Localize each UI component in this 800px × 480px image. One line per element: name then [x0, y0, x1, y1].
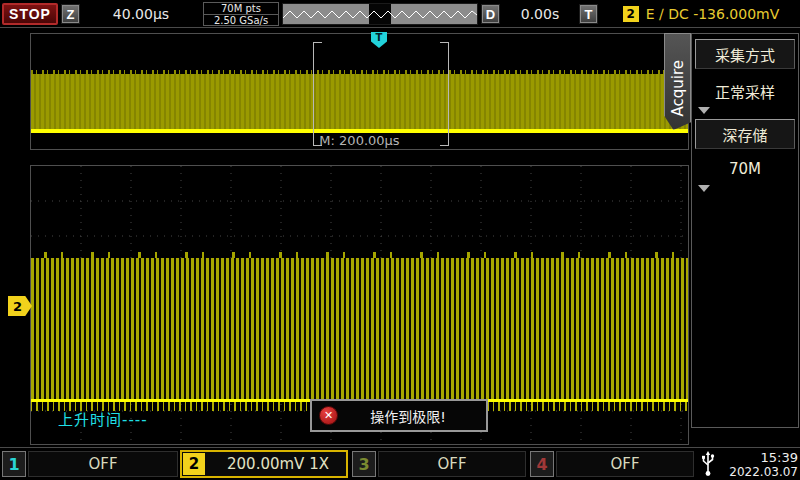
- channel4-badge[interactable]: 4: [530, 451, 554, 477]
- usb-icon: [697, 450, 719, 478]
- timebase-readout: 40.00μs: [82, 3, 200, 25]
- trigger-button[interactable]: T: [579, 4, 598, 24]
- channel1-status[interactable]: OFF: [28, 451, 178, 477]
- status-bar: STOP Z 40.00μs 70M pts 2.50 GSa/s D 0.00…: [0, 0, 800, 28]
- trigger-readout: 2 E ∕ DC -136.000mV: [604, 3, 798, 25]
- waveform-overview-panel: T M: 200.00μs: [30, 33, 689, 150]
- acquire-tab-label: Acquire: [669, 46, 687, 117]
- channel2-marker-label: 2: [13, 299, 22, 314]
- dc-coupling-icon: [210, 460, 225, 469]
- channel3-badge[interactable]: 3: [352, 451, 376, 477]
- channel1-badge[interactable]: 1: [2, 451, 26, 477]
- menu-value-normal-sampling[interactable]: 正常采样: [695, 78, 795, 104]
- trigger-info-text: E ∕ DC -136.000mV: [646, 6, 780, 22]
- channel2-status[interactable]: 2 200.00mV 1X: [180, 450, 348, 478]
- dropdown-arrow-icon: [698, 107, 710, 114]
- clock: 15:39 2022.03.07: [721, 449, 798, 479]
- channel-status-bar: 1 OFF 2 200.00mV 1X 3 OFF 4 OFF: [0, 447, 800, 480]
- zoom-window-left-bracket: [313, 42, 322, 146]
- menu-item-acquisition-mode[interactable]: 采集方式: [695, 39, 795, 69]
- dialog-message: 操作到极限!: [338, 406, 486, 426]
- acquire-menu-panel: 采集方式 正常采样 深存储 70M: [691, 33, 799, 428]
- delay-readout: 0.00s: [503, 3, 577, 25]
- channel2-waveform: [31, 258, 688, 399]
- channel2-badge[interactable]: 2: [183, 453, 205, 475]
- date-readout: 2022.03.07: [729, 465, 798, 479]
- rise-time-measurement: 上升时间----: [58, 408, 148, 429]
- waveform-position-strip: [282, 3, 478, 25]
- sample-rate: 2.50 GSa/s: [204, 15, 278, 26]
- channel2-level-marker[interactable]: 2: [8, 296, 32, 316]
- menu-item-deep-memory[interactable]: 深存储: [695, 119, 795, 149]
- memory-points: 70M pts: [204, 3, 278, 15]
- main-timebase-label: M: 200.00μs: [31, 133, 688, 148]
- menu-value-memory-depth[interactable]: 70M: [695, 156, 795, 182]
- delay-button[interactable]: D: [481, 4, 500, 24]
- limit-warning-dialog: ✕ 操作到极限!: [310, 399, 488, 432]
- channel4-status[interactable]: OFF: [556, 451, 694, 477]
- zoom-button[interactable]: Z: [61, 4, 80, 24]
- mini-waveform-icon: [283, 4, 477, 24]
- trigger-channel-badge: 2: [623, 6, 639, 22]
- memory-depth-readout: 70M pts 2.50 GSa/s: [203, 2, 279, 26]
- error-x-icon: ✕: [319, 406, 338, 425]
- time-readout: 15:39: [761, 450, 798, 465]
- channel3-status[interactable]: OFF: [378, 451, 526, 477]
- trigger-position-marker[interactable]: T: [371, 32, 387, 48]
- zoom-window-right-bracket: [440, 42, 449, 146]
- oscilloscope-screen: STOP Z 40.00μs 70M pts 2.50 GSa/s D 0.00…: [0, 0, 800, 480]
- overview-waveform-band: [31, 74, 688, 129]
- dropdown-arrow-icon: [698, 185, 710, 192]
- channel2-scale-readout: 200.00mV 1X: [227, 455, 329, 473]
- run-stop-button[interactable]: STOP: [2, 3, 58, 25]
- tab-acquire[interactable]: Acquire: [664, 33, 691, 130]
